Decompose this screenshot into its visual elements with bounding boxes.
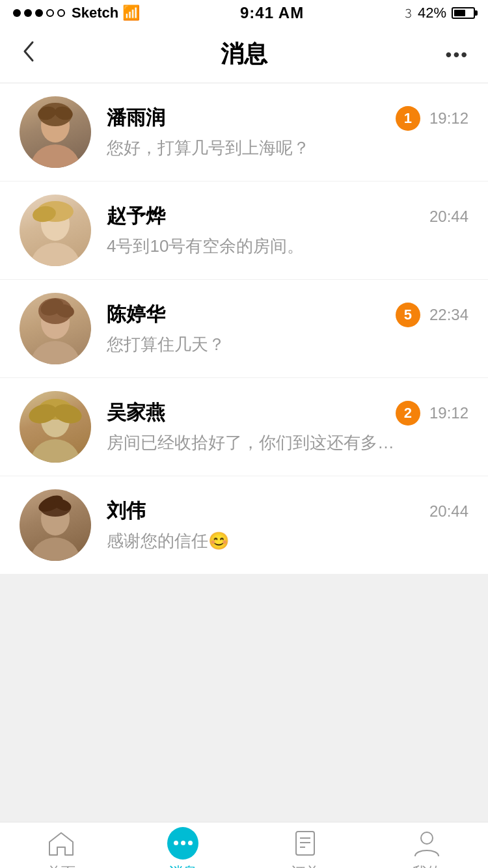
svg-point-6 [31,243,80,266]
list-item[interactable]: 赵予烨 20:44 4号到10号有空余的房间。 [0,182,488,280]
user-profile-icon [411,828,442,859]
wifi-icon: 📶 [122,5,140,21]
order-icon [290,828,321,859]
tab-mine[interactable]: 我的 [366,822,489,868]
message-meta: 20:44 [429,208,468,226]
battery-icon [452,7,475,19]
svg-point-28 [421,832,433,844]
contact-name: 赵予烨 [107,203,165,230]
status-bar: Sketch 📶 9:41 AM 𝟹 42% [0,0,488,26]
bluetooth-icon: 𝟹 [404,6,413,21]
message-content: 赵予烨 20:44 4号到10号有空余的房间。 [107,203,468,258]
home-icon [46,828,77,859]
contact-name: 潘雨润 [107,105,165,131]
message-time: 19:12 [429,404,468,422]
tab-bar: 首页 消息 订单 我的 [0,822,488,868]
chat-dots [174,841,193,845]
avatar [20,391,91,463]
tab-order-label: 订单 [291,863,319,869]
tab-order[interactable]: 订单 [244,822,366,868]
nav-bar: 消息 ••• [0,26,488,83]
message-preview: 您好，打算几号到上海呢？ [107,137,406,159]
tab-mine-label: 我的 [413,863,441,869]
avatar [20,195,91,266]
empty-content-area [0,575,488,822]
battery-percent: 42% [418,5,446,21]
message-preview: 您打算住几天？ [107,333,406,356]
status-left: Sketch 📶 [13,5,140,21]
contact-name: 吴家燕 [107,400,165,426]
message-meta: 1 19:12 [396,106,468,131]
message-header: 陈婷华 5 22:34 [107,301,468,328]
message-chat-icon [167,828,198,859]
svg-point-10 [31,341,80,364]
back-button[interactable] [20,37,59,72]
svg-point-15 [31,439,80,463]
status-time: 9:41 AM [240,4,304,22]
signal-icon [13,9,65,17]
message-list: 潘雨润 1 19:12 您好，打算几号到上海呢？ 赵予烨 20:44 [0,83,488,575]
message-time: 20:44 [429,208,468,226]
avatar [20,293,91,364]
unread-badge: 2 [396,401,420,426]
message-content: 吴家燕 2 19:12 房间已经收拾好了，你们到这还有多长时间？ ... [107,400,468,454]
message-meta: 5 22:34 [396,303,468,327]
tab-message-label: 消息 [169,863,197,869]
contact-name: 刘伟 [107,498,146,524]
tab-home[interactable]: 首页 [0,822,122,868]
avatar [20,96,91,168]
message-content: 陈婷华 5 22:34 您打算住几天？ [107,301,468,356]
tab-home-label: 首页 [47,863,75,869]
list-item[interactable]: 潘雨润 1 19:12 您好，打算几号到上海呢？ [0,83,488,182]
message-preview: 感谢您的信任😊 [107,530,406,552]
tab-message[interactable]: 消息 [122,822,245,868]
contact-name: 陈婷华 [107,301,165,328]
message-content: 刘伟 20:44 感谢您的信任😊 [107,498,468,552]
list-item[interactable]: 陈婷华 5 22:34 您打算住几天？ [0,280,488,378]
message-preview: 4号到10号有空余的房间。 [107,235,406,258]
message-time: 22:34 [429,306,468,324]
page-title: 消息 [221,38,267,70]
message-header: 潘雨润 1 19:12 [107,105,468,131]
message-meta: 20:44 [429,502,468,521]
unread-badge: 1 [396,106,420,131]
list-item[interactable]: 吴家燕 2 19:12 房间已经收拾好了，你们到这还有多长时间？ ... [0,378,488,476]
carrier-label: Sketch [72,5,118,21]
svg-point-1 [31,144,80,168]
list-item[interactable]: 刘伟 20:44 感谢您的信任😊 [0,476,488,575]
message-time: 19:12 [429,109,468,128]
message-meta: 2 19:12 [396,401,468,426]
message-header: 吴家燕 2 19:12 [107,400,468,426]
avatar [20,489,91,561]
more-button[interactable]: ••• [429,44,468,65]
message-time: 20:44 [429,502,468,521]
message-content: 潘雨润 1 19:12 您好，打算几号到上海呢？ [107,105,468,159]
svg-point-20 [31,537,80,561]
message-header: 刘伟 20:44 [107,498,468,524]
message-preview: 房间已经收拾好了，你们到这还有多长时间？ ... [107,431,406,454]
status-right: 𝟹 42% [404,5,475,21]
unread-badge: 5 [396,303,420,327]
message-header: 赵予烨 20:44 [107,203,468,230]
